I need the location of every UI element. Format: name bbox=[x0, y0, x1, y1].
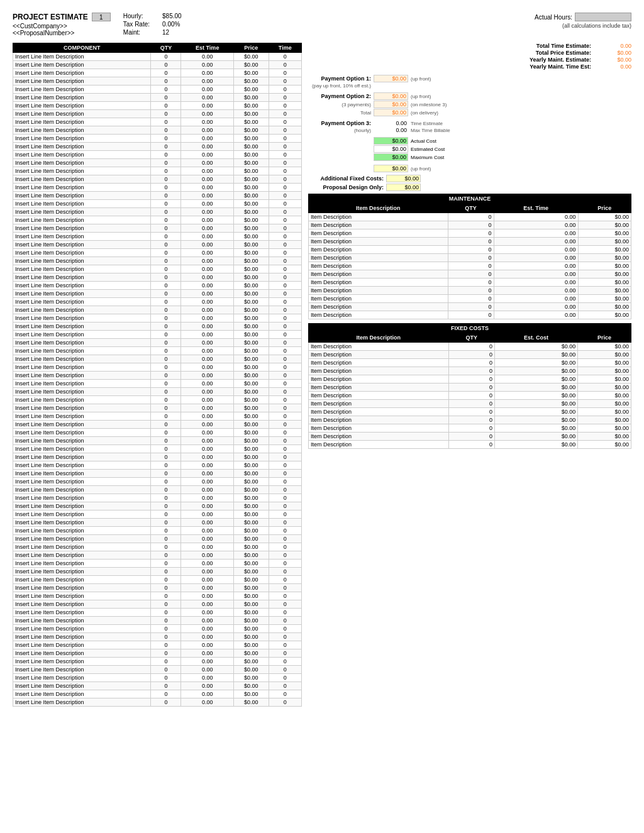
comp-description[interactable]: Insert Line Item Description bbox=[13, 470, 151, 478]
table-row[interactable]: Insert Line Item Description 0 0.00 $0.0… bbox=[13, 649, 302, 658]
comp-price[interactable]: $0.00 bbox=[233, 151, 269, 159]
comp-time[interactable]: 0 bbox=[269, 257, 301, 265]
comp-description[interactable]: Insert Line Item Description bbox=[13, 298, 151, 306]
table-row[interactable]: Insert Line Item Description 0 0.00 $0.0… bbox=[13, 576, 302, 584]
comp-est-time[interactable]: 0.00 bbox=[181, 698, 234, 707]
fc-description[interactable]: Item Description bbox=[309, 375, 449, 383]
payment-option2-total-value[interactable]: $0.00 bbox=[374, 109, 408, 116]
maint-qty[interactable]: 0 bbox=[448, 246, 494, 254]
fc-qty[interactable]: 0 bbox=[448, 433, 494, 441]
fc-price[interactable]: $0.00 bbox=[578, 424, 631, 433]
table-row[interactable]: Insert Line Item Description 0 0.00 $0.0… bbox=[13, 690, 302, 698]
list-item[interactable]: Item Description 0 $0.00 $0.00 bbox=[309, 367, 631, 375]
comp-qty[interactable]: 0 bbox=[151, 609, 181, 617]
comp-price[interactable]: $0.00 bbox=[233, 298, 269, 306]
comp-est-time[interactable]: 0.00 bbox=[181, 429, 234, 437]
comp-price[interactable]: $0.00 bbox=[233, 86, 269, 94]
list-item[interactable]: Item Description 0 $0.00 $0.00 bbox=[309, 375, 631, 383]
table-row[interactable]: Insert Line Item Description 0 0.00 $0.0… bbox=[13, 200, 302, 208]
maint-description[interactable]: Item Description bbox=[309, 287, 448, 295]
comp-time[interactable]: 0 bbox=[269, 306, 301, 314]
comp-qty[interactable]: 0 bbox=[151, 437, 181, 445]
comp-qty[interactable]: 0 bbox=[151, 617, 181, 625]
comp-time[interactable]: 0 bbox=[269, 347, 301, 355]
comp-description[interactable]: Insert Line Item Description bbox=[13, 290, 151, 298]
comp-price[interactable]: $0.00 bbox=[233, 314, 269, 323]
comp-time[interactable]: 0 bbox=[269, 135, 301, 143]
payment-option2-value[interactable]: $0.00 bbox=[374, 92, 408, 100]
fc-qty[interactable]: 0 bbox=[448, 441, 494, 449]
comp-qty[interactable]: 0 bbox=[151, 175, 181, 184]
comp-est-time[interactable]: 0.00 bbox=[181, 290, 234, 298]
comp-price[interactable]: $0.00 bbox=[233, 437, 269, 445]
comp-qty[interactable]: 0 bbox=[151, 167, 181, 175]
comp-description[interactable]: Insert Line Item Description bbox=[13, 519, 151, 527]
fc-est-cost[interactable]: $0.00 bbox=[494, 375, 577, 383]
fc-description[interactable]: Item Description bbox=[309, 400, 449, 408]
comp-description[interactable]: Insert Line Item Description bbox=[13, 159, 151, 167]
comp-time[interactable]: 0 bbox=[269, 77, 301, 86]
fc-qty[interactable]: 0 bbox=[448, 367, 494, 375]
comp-qty[interactable]: 0 bbox=[151, 363, 181, 372]
comp-description[interactable]: Insert Line Item Description bbox=[13, 94, 151, 102]
comp-qty[interactable]: 0 bbox=[151, 388, 181, 396]
list-item[interactable]: Item Description 0 $0.00 $0.00 bbox=[309, 383, 631, 392]
comp-qty[interactable]: 0 bbox=[151, 241, 181, 249]
company-name[interactable]: <<CustCompany>> bbox=[13, 23, 111, 30]
fc-price[interactable]: $0.00 bbox=[578, 375, 631, 383]
fc-qty[interactable]: 0 bbox=[448, 392, 494, 400]
comp-time[interactable]: 0 bbox=[269, 649, 301, 658]
comp-est-time[interactable]: 0.00 bbox=[181, 461, 234, 470]
comp-qty[interactable]: 0 bbox=[151, 641, 181, 649]
comp-est-time[interactable]: 0.00 bbox=[181, 412, 234, 421]
comp-qty[interactable]: 0 bbox=[151, 421, 181, 429]
comp-est-time[interactable]: 0.00 bbox=[181, 502, 234, 510]
table-row[interactable]: Insert Line Item Description 0 0.00 $0.0… bbox=[13, 494, 302, 502]
comp-price[interactable]: $0.00 bbox=[233, 584, 269, 592]
comp-price[interactable]: $0.00 bbox=[233, 306, 269, 314]
table-row[interactable]: Insert Line Item Description 0 0.00 $0.0… bbox=[13, 535, 302, 543]
comp-time[interactable]: 0 bbox=[269, 273, 301, 282]
list-item[interactable]: Item Description 0 $0.00 $0.00 bbox=[309, 408, 631, 416]
table-row[interactable]: Insert Line Item Description 0 0.00 $0.0… bbox=[13, 470, 302, 478]
maint-qty[interactable]: 0 bbox=[448, 311, 494, 319]
comp-time[interactable]: 0 bbox=[269, 453, 301, 461]
comp-qty[interactable]: 0 bbox=[151, 355, 181, 363]
comp-est-time[interactable]: 0.00 bbox=[181, 110, 234, 118]
table-row[interactable]: Insert Line Item Description 0 0.00 $0.0… bbox=[13, 363, 302, 372]
comp-description[interactable]: Insert Line Item Description bbox=[13, 682, 151, 690]
comp-description[interactable]: Insert Line Item Description bbox=[13, 461, 151, 470]
comp-est-time[interactable]: 0.00 bbox=[181, 576, 234, 584]
comp-time[interactable]: 0 bbox=[269, 412, 301, 421]
table-row[interactable]: Insert Line Item Description 0 0.00 $0.0… bbox=[13, 102, 302, 110]
comp-price[interactable]: $0.00 bbox=[233, 396, 269, 404]
comp-price[interactable]: $0.00 bbox=[233, 510, 269, 519]
comp-qty[interactable]: 0 bbox=[151, 94, 181, 102]
comp-price[interactable]: $0.00 bbox=[233, 355, 269, 363]
comp-description[interactable]: Insert Line Item Description bbox=[13, 118, 151, 126]
comp-description[interactable]: Insert Line Item Description bbox=[13, 625, 151, 633]
comp-price[interactable]: $0.00 bbox=[233, 273, 269, 282]
comp-description[interactable]: Insert Line Item Description bbox=[13, 666, 151, 674]
fc-est-cost[interactable]: $0.00 bbox=[494, 416, 577, 424]
comp-description[interactable]: Insert Line Item Description bbox=[13, 257, 151, 265]
comp-qty[interactable]: 0 bbox=[151, 404, 181, 412]
comp-time[interactable]: 0 bbox=[269, 682, 301, 690]
comp-est-time[interactable]: 0.00 bbox=[181, 519, 234, 527]
maint-description[interactable]: Item Description bbox=[309, 213, 448, 221]
comp-time[interactable]: 0 bbox=[269, 200, 301, 208]
comp-time[interactable]: 0 bbox=[269, 102, 301, 110]
comp-description[interactable]: Insert Line Item Description bbox=[13, 617, 151, 625]
comp-time[interactable]: 0 bbox=[269, 576, 301, 584]
comp-time[interactable]: 0 bbox=[269, 61, 301, 69]
comp-description[interactable]: Insert Line Item Description bbox=[13, 568, 151, 576]
comp-price[interactable]: $0.00 bbox=[233, 265, 269, 273]
comp-price[interactable]: $0.00 bbox=[233, 110, 269, 118]
estimated-cost-value[interactable]: $0.00 bbox=[374, 145, 408, 153]
comp-est-time[interactable]: 0.00 bbox=[181, 282, 234, 290]
table-row[interactable]: Insert Line Item Description 0 0.00 $0.0… bbox=[13, 641, 302, 649]
fc-est-cost[interactable]: $0.00 bbox=[494, 383, 577, 392]
table-row[interactable]: Insert Line Item Description 0 0.00 $0.0… bbox=[13, 453, 302, 461]
comp-qty[interactable]: 0 bbox=[151, 306, 181, 314]
list-item[interactable]: Item Description 0 0.00 $0.00 bbox=[309, 221, 631, 229]
